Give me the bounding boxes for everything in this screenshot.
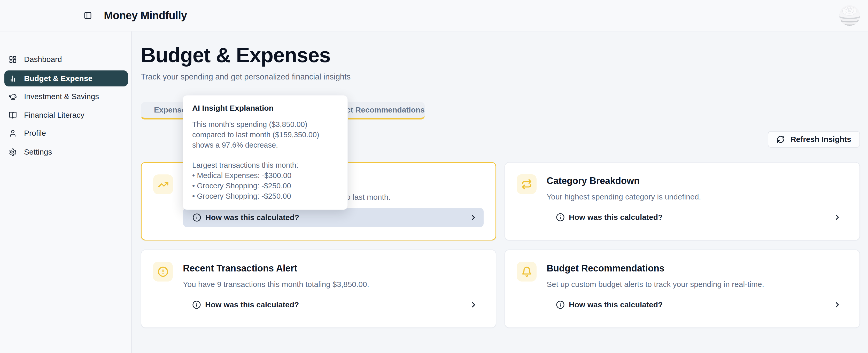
- app-title: Money Mindfully: [104, 9, 187, 22]
- card-description: You have 9 transactions this month total…: [183, 280, 369, 289]
- card-title: Budget Recommendations: [547, 263, 664, 274]
- page-title: Budget & Expenses: [141, 43, 331, 67]
- card-description: Set up custom budget alerts to track you…: [547, 280, 764, 289]
- info-icon: [192, 213, 201, 222]
- sidebar-toggle-button[interactable]: [84, 11, 92, 20]
- sidebar-item-label: Profile: [24, 129, 46, 138]
- refresh-insights-label: Refresh Insights: [790, 135, 851, 144]
- card-title: Category Breakdown: [547, 175, 640, 186]
- avatar-image: [839, 5, 860, 26]
- chevron-right-icon: [469, 213, 478, 222]
- bell-icon: [517, 262, 536, 282]
- sidebar-item-profile[interactable]: Profile: [4, 125, 128, 141]
- sidebar-item-label: Settings: [24, 148, 52, 156]
- card-budget-recommendations: Budget Recommendations Set up custom bud…: [504, 250, 860, 328]
- ai-insight-tooltip: AI Insight Explanation This month's spen…: [183, 95, 348, 210]
- refresh-insights-button[interactable]: Refresh Insights: [768, 131, 860, 148]
- sidebar-item-label: Dashboard: [24, 55, 62, 64]
- how-calculated-row[interactable]: How was this calculated?: [547, 208, 847, 227]
- tooltip-title: AI Insight Explanation: [192, 104, 338, 112]
- tooltip-bullet: • Grocery Shopping: -$250.00: [192, 181, 338, 191]
- sidebar-item-dashboard[interactable]: Dashboard: [4, 51, 128, 67]
- tooltip-bullet: • Grocery Shopping: -$250.00: [192, 191, 338, 201]
- tooltip-bullet: • Medical Expenses: -$300.00: [192, 170, 338, 181]
- gear-icon: [9, 148, 17, 156]
- how-calculated-row[interactable]: How was this calculated?: [547, 295, 847, 314]
- card-recent-transactions-alert: Recent Transactions Alert You have 9 tra…: [141, 250, 496, 328]
- piggy-bank-icon: [9, 93, 17, 101]
- info-icon: [556, 213, 565, 222]
- app-header: Money Mindfully: [0, 0, 868, 32]
- how-calculated-label: How was this calculated?: [206, 213, 299, 222]
- book-open-icon: [9, 111, 17, 119]
- how-calculated-label: How was this calculated?: [569, 213, 663, 222]
- sidebar-item-label: Financial Literacy: [24, 111, 84, 119]
- how-calculated-row[interactable]: How was this calculated?: [183, 208, 484, 227]
- sidebar-item-budget-expense[interactable]: Budget & Expense: [4, 70, 128, 86]
- how-calculated-label: How was this calculated?: [569, 301, 663, 309]
- sidebar-item-settings[interactable]: Settings: [4, 144, 128, 160]
- refresh-icon: [777, 135, 785, 143]
- sidebar: Menu Dashboard Budget & Expense Investme…: [0, 32, 132, 353]
- trending-up-icon: [153, 174, 173, 194]
- dashboard-icon: [9, 56, 17, 64]
- card-title: Recent Transactions Alert: [183, 263, 297, 274]
- user-icon: [9, 129, 17, 137]
- chevron-right-icon: [833, 301, 842, 309]
- chevron-right-icon: [833, 213, 842, 222]
- how-calculated-row[interactable]: How was this calculated?: [183, 295, 484, 314]
- sidebar-item-investment-savings[interactable]: Investment & Savings: [4, 89, 128, 105]
- how-calculated-label: How was this calculated?: [205, 301, 299, 309]
- sidebar-item-label: Investment & Savings: [24, 92, 99, 101]
- sidebar-item-label: Budget & Expense: [24, 74, 92, 83]
- card-category-breakdown: Category Breakdown Your highest spending…: [504, 162, 860, 241]
- sidebar-item-financial-literacy[interactable]: Financial Literacy: [4, 107, 128, 123]
- page-subtitle: Track your spending and get personalized…: [141, 72, 350, 81]
- chevron-right-icon: [469, 301, 478, 309]
- info-icon: [556, 301, 565, 309]
- repeat-icon: [517, 174, 536, 194]
- card-description: Your highest spending category is undefi…: [547, 192, 701, 201]
- tooltip-list-intro: Largest transactions this month:: [192, 160, 338, 170]
- tooltip-body: This month's spending ($3,850.00) compar…: [192, 119, 338, 150]
- alert-circle-icon: [153, 262, 173, 282]
- bar-chart-icon: [9, 75, 17, 82]
- panel-left-icon: [84, 11, 92, 20]
- info-icon: [192, 301, 201, 309]
- avatar[interactable]: [839, 5, 860, 26]
